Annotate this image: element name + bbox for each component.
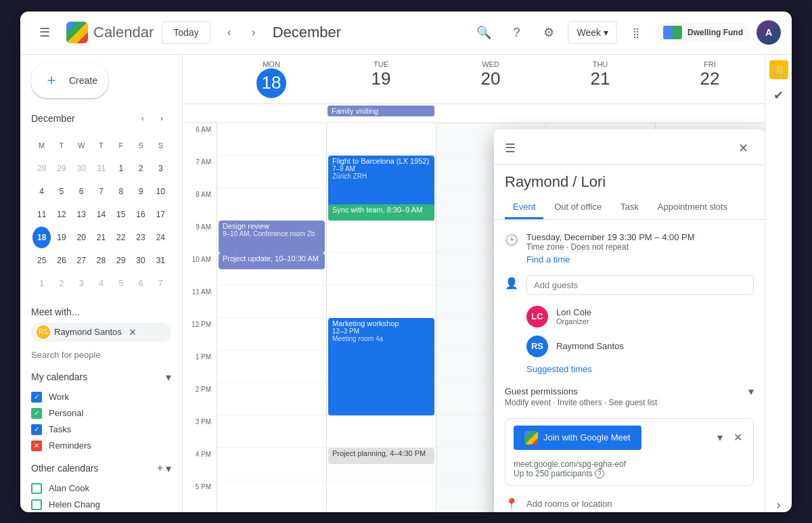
mini-day[interactable]: 22 xyxy=(112,227,130,248)
mini-day[interactable]: 1 xyxy=(112,158,130,179)
mini-day[interactable]: 11 xyxy=(32,204,51,225)
col-header-thu[interactable]: THU 21 xyxy=(545,55,655,104)
modal-menu-icon[interactable]: ☰ xyxy=(505,141,516,156)
permissions-header[interactable]: Guest permissions ▾ xyxy=(505,385,754,398)
suggested-times-link[interactable]: Suggested times xyxy=(526,361,754,377)
meet-collapse-icon[interactable]: ▾ xyxy=(715,428,725,447)
today-button[interactable]: Today xyxy=(162,21,210,44)
create-button[interactable]: + Calendar Create xyxy=(31,63,108,98)
mini-day[interactable]: 28 xyxy=(32,158,51,179)
add-other-calendar-button[interactable]: + xyxy=(157,462,163,475)
mini-day[interactable]: 30 xyxy=(72,158,91,179)
mini-day[interactable]: 21 xyxy=(92,227,110,248)
event-project-update[interactable]: Project update, 10–10:30 AM xyxy=(219,253,325,269)
user-avatar[interactable]: A xyxy=(757,20,781,45)
mini-day[interactable]: 5 xyxy=(112,273,130,294)
mini-day-today[interactable]: 18 xyxy=(32,227,51,248)
mini-day[interactable]: 2 xyxy=(52,273,70,294)
mini-day[interactable]: 15 xyxy=(112,204,130,225)
other-calendars-collapse[interactable]: ▾ xyxy=(166,462,171,475)
location-placeholder[interactable]: Add rooms or location xyxy=(526,499,612,509)
tab-appointment-slots[interactable]: Appointment slots xyxy=(650,196,736,219)
side-icon-notes[interactable]: 📒 xyxy=(769,60,788,79)
col-header-mon[interactable]: MON 18 xyxy=(217,55,326,104)
meet-link[interactable]: meet.google.com/spg-egha-eof xyxy=(514,459,745,469)
mini-day[interactable]: 31 xyxy=(92,158,110,179)
mini-day[interactable]: 6 xyxy=(131,273,150,294)
week-view-button[interactable]: Week ▾ xyxy=(568,21,617,44)
col-header-wed[interactable]: WED 20 xyxy=(436,55,545,104)
mini-day[interactable]: 8 xyxy=(112,181,130,202)
cal-item-alan[interactable]: Alan Cook xyxy=(31,480,171,497)
mini-day[interactable]: 5 xyxy=(52,181,70,202)
side-expand-icon[interactable]: › xyxy=(777,498,781,512)
join-meet-button[interactable]: Join with Google Meet xyxy=(514,426,641,450)
side-icon-tasks[interactable]: ✔ xyxy=(768,85,790,106)
mini-day[interactable]: 28 xyxy=(92,250,110,271)
col-header-tue[interactable]: TUE 19 xyxy=(326,55,436,104)
mini-day[interactable]: 12 xyxy=(52,204,70,225)
event-project-planning[interactable]: Project planning, 4–4:30 PM xyxy=(328,448,434,464)
mini-day[interactable]: 30 xyxy=(131,250,150,271)
settings-button[interactable]: ⚙ xyxy=(535,19,562,46)
mini-day[interactable]: 23 xyxy=(131,227,150,248)
mini-day[interactable]: 7 xyxy=(152,273,170,294)
mini-day[interactable]: 29 xyxy=(112,250,130,271)
capacity-info-icon[interactable]: ? xyxy=(595,469,604,478)
mini-day[interactable]: 3 xyxy=(152,158,170,179)
cal-item-reminders[interactable]: ✕ Reminders xyxy=(31,438,171,454)
mini-day[interactable]: 25 xyxy=(32,250,51,271)
add-guests-input[interactable] xyxy=(526,275,754,295)
mini-day[interactable]: 1 xyxy=(32,273,51,294)
remove-person-button[interactable]: ✕ xyxy=(129,327,137,338)
mini-day[interactable]: 13 xyxy=(72,204,91,225)
next-arrow[interactable]: › xyxy=(243,22,265,43)
help-button[interactable]: ? xyxy=(503,19,530,46)
mini-day[interactable]: 3 xyxy=(72,273,91,294)
mini-day[interactable]: 2 xyxy=(131,158,150,179)
permissions-text: Modify event · Invite others · See guest… xyxy=(505,398,754,407)
mini-day[interactable]: 4 xyxy=(92,273,110,294)
event-sync[interactable]: Sync with team, 8:30–9 AM xyxy=(328,204,434,221)
menu-button[interactable]: ☰ xyxy=(31,19,58,46)
tab-out-of-office[interactable]: Out of office xyxy=(546,196,610,219)
tab-event[interactable]: Event xyxy=(505,196,543,219)
col-header-fri[interactable]: FRI 22 xyxy=(655,55,765,104)
event-marketing[interactable]: Marketing workshop 12–3 PM Meeting room … xyxy=(328,318,434,415)
mini-day[interactable]: 17 xyxy=(152,204,170,225)
mini-day[interactable]: 27 xyxy=(72,250,91,271)
apps-button[interactable]: ⣿ xyxy=(623,19,650,46)
mini-day[interactable]: 10 xyxy=(152,181,170,202)
search-people-input[interactable] xyxy=(31,347,171,363)
mini-day[interactable]: 20 xyxy=(72,227,91,248)
event-design-review[interactable]: Design review 9–10 AM, Conference room 2… xyxy=(219,221,325,253)
mini-cal-prev[interactable]: ‹ xyxy=(133,109,152,128)
prev-arrow[interactable]: ‹ xyxy=(219,22,240,43)
menu-icon: ☰ xyxy=(39,25,50,40)
mini-day[interactable]: 16 xyxy=(131,204,150,225)
event-family-visiting[interactable]: Family visiting xyxy=(328,106,434,116)
find-time-link[interactable]: Find a time xyxy=(526,252,754,267)
mini-day[interactable]: 4 xyxy=(32,181,51,202)
mini-day[interactable]: 24 xyxy=(152,227,170,248)
cal-item-personal[interactable]: ✓ Personal xyxy=(31,405,171,422)
cal-item-work[interactable]: ✓ Work xyxy=(31,389,171,405)
mini-day[interactable]: 29 xyxy=(52,158,70,179)
mini-cal-next[interactable]: › xyxy=(152,109,171,128)
day-num-tue: 19 xyxy=(329,68,433,89)
cal-item-helen[interactable]: Helen Chang xyxy=(31,497,171,512)
search-button[interactable]: 🔍 xyxy=(470,19,497,46)
tab-task[interactable]: Task xyxy=(612,196,647,219)
mini-day[interactable]: 9 xyxy=(131,181,150,202)
my-calendars-collapse[interactable]: ▾ xyxy=(166,371,171,384)
mini-day[interactable]: 14 xyxy=(92,204,110,225)
mini-day[interactable]: 6 xyxy=(72,181,91,202)
mini-day[interactable]: 31 xyxy=(152,250,170,271)
mini-day[interactable]: 7 xyxy=(92,181,110,202)
modal-close-button[interactable]: ✕ xyxy=(732,137,754,159)
mini-day[interactable]: 19 xyxy=(52,227,70,248)
mini-day[interactable]: 26 xyxy=(52,250,70,271)
event-datetime[interactable]: Tuesday, December 19 3:30 PM – 4:00 PM xyxy=(526,232,754,242)
cal-item-tasks[interactable]: ✓ Tasks xyxy=(31,422,171,438)
meet-close-icon[interactable]: ✕ xyxy=(731,428,745,447)
